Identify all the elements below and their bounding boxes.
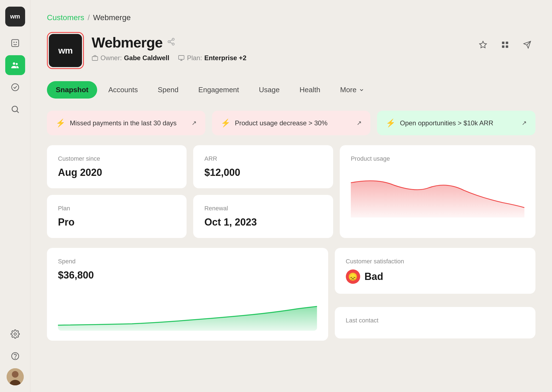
svg-line-7 [17, 111, 18, 113]
svg-line-18 [170, 40, 173, 41]
plan-label: Plan: [187, 54, 202, 62]
favorite-button[interactable] [475, 36, 491, 53]
svg-marker-21 [480, 41, 487, 48]
alert-icon-usage: ⚡ [221, 118, 230, 128]
spend-label: Spend [58, 258, 317, 265]
alert-missed-payments[interactable]: ⚡ Missed payments in the last 30 days ↗ [47, 111, 205, 135]
tab-usage[interactable]: Usage [250, 81, 288, 99]
alert-arrow-opps: ↗ [522, 120, 527, 127]
company-name-row: Webmerge [92, 34, 475, 51]
company-logo-initials: wm [58, 46, 72, 56]
svg-point-4 [16, 63, 18, 65]
svg-rect-0 [12, 39, 19, 47]
plan-value: Enterprise +2 [204, 54, 246, 62]
svg-rect-25 [506, 46, 508, 48]
grid-button[interactable] [497, 36, 513, 53]
tab-snapshot[interactable]: Snapshot [47, 81, 97, 99]
plan-stat-value: Pro [58, 216, 176, 228]
stat-plan: Plan Pro [47, 195, 187, 238]
svg-point-12 [12, 371, 18, 378]
breadcrumb-customers-link[interactable]: Customers [47, 13, 84, 22]
svg-point-3 [13, 62, 15, 65]
alert-icon-opps: ⚡ [386, 118, 396, 128]
sidebar-item-check[interactable] [5, 77, 25, 97]
company-header: wm Webmerge [47, 32, 535, 69]
avatar[interactable] [7, 368, 24, 385]
alert-arrow-missed: ↗ [192, 120, 197, 127]
breadcrumb: Customers / Webmerge [47, 13, 535, 22]
tab-engagement[interactable]: Engagement [190, 81, 248, 99]
bottom-grid: Spend $36,800 [47, 248, 535, 341]
alert-text-opps: Open opportunities > $10k ARR [400, 119, 493, 127]
tab-spend[interactable]: Spend [149, 81, 187, 99]
alert-icon-missed: ⚡ [56, 118, 65, 128]
spend-chart [58, 287, 317, 331]
owner-meta: Owner: Gabe Caldwell [92, 54, 169, 62]
sidebar-item-help[interactable] [5, 346, 25, 366]
product-usage-chart [351, 168, 524, 218]
alert-text-missed: Missed payments in the last 30 days [70, 119, 177, 127]
stat-arr: ARR $12,000 [193, 145, 333, 188]
alert-product-usage[interactable]: ⚡ Product usage decrease > 30% ↗ [212, 111, 370, 135]
company-logo-wrapper: wm [47, 32, 84, 69]
satisfaction-value: Bad [365, 271, 383, 282]
satisfaction-value-row: 😞 Bad [346, 269, 525, 284]
satisfaction-card: Customer satisfaction 😞 Bad [335, 248, 536, 294]
sidebar-item-search[interactable] [5, 99, 25, 119]
arr-value: $12,000 [204, 167, 322, 178]
main-content: Customers / Webmerge wm Webmerge [30, 0, 552, 392]
sidebar-item-customers[interactable] [5, 55, 25, 75]
company-logo: wm [49, 34, 82, 67]
alerts-row: ⚡ Missed payments in the last 30 days ↗ … [47, 111, 535, 135]
owner-label: Owner: [100, 54, 122, 62]
tab-accounts[interactable]: Accounts [99, 81, 147, 99]
svg-point-6 [12, 106, 17, 112]
plan-stat-label: Plan [58, 205, 176, 212]
renewal-label: Renewal [204, 205, 322, 212]
tab-health[interactable]: Health [291, 81, 329, 99]
logo-text: wm [10, 13, 20, 20]
svg-rect-23 [506, 42, 508, 44]
customer-since-label: Customer since [58, 155, 176, 162]
company-info: Webmerge Owner [92, 32, 475, 62]
owner-value: Gabe Caldwell [124, 54, 169, 62]
svg-line-17 [170, 42, 173, 43]
customer-since-value: Aug 2020 [58, 167, 176, 178]
share-icon[interactable] [167, 38, 175, 48]
spend-card: Spend $36,800 [47, 248, 328, 341]
tab-more[interactable]: More [331, 81, 373, 99]
stat-customer-since: Customer since Aug 2020 [47, 145, 187, 188]
svg-point-5 [12, 84, 19, 91]
svg-point-15 [168, 41, 170, 43]
alert-text-usage: Product usage decrease > 30% [235, 119, 328, 127]
product-usage-label: Product usage [351, 155, 524, 162]
sidebar: wm [0, 0, 30, 392]
svg-point-8 [14, 333, 16, 335]
svg-point-16 [172, 43, 174, 45]
breadcrumb-current: Webmerge [93, 13, 131, 22]
svg-rect-22 [502, 42, 505, 44]
svg-point-1 [13, 42, 14, 43]
renewal-value: Oct 1, 2023 [204, 216, 322, 228]
sidebar-item-settings[interactable] [5, 324, 25, 344]
spend-value: $36,800 [58, 269, 317, 281]
plan-meta: Plan: Enterprise +2 [178, 54, 246, 62]
stats-grid: Customer since Aug 2020 ARR $12,000 Prod… [47, 145, 535, 238]
sidebar-item-face[interactable] [5, 33, 25, 53]
stat-renewal: Renewal Oct 1, 2023 [193, 195, 333, 238]
send-button[interactable] [519, 36, 535, 53]
last-contact-card: Last contact [335, 307, 536, 338]
arr-label: ARR [204, 155, 322, 162]
company-meta: Owner: Gabe Caldwell Plan: Enterprise +2 [92, 54, 475, 62]
company-name: Webmerge [92, 34, 163, 51]
alert-opportunities[interactable]: ⚡ Open opportunities > $10k ARR ↗ [377, 111, 535, 135]
satisfaction-label: Customer satisfaction [346, 258, 525, 265]
company-actions [475, 32, 535, 53]
alert-arrow-usage: ↗ [357, 120, 362, 127]
svg-rect-20 [179, 55, 184, 59]
svg-point-14 [172, 38, 174, 40]
sad-face-icon: 😞 [346, 269, 360, 284]
last-contact-label: Last contact [346, 317, 525, 324]
stat-product-usage: Product usage [340, 145, 535, 238]
svg-rect-24 [502, 46, 505, 48]
